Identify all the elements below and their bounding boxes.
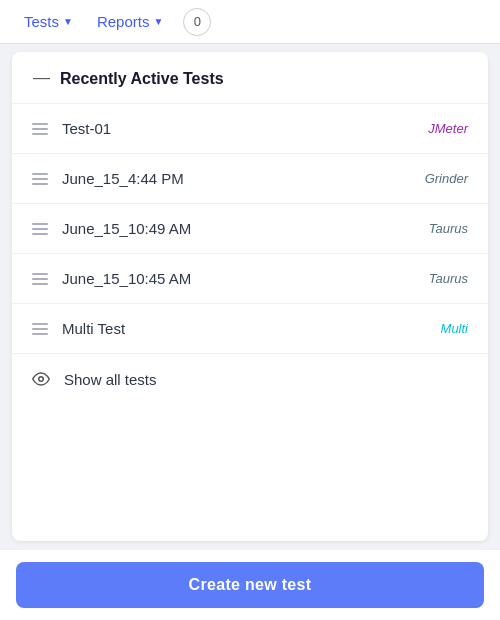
tests-chevron-icon: ▼: [63, 16, 73, 27]
tests-nav-item[interactable]: Tests ▼: [16, 7, 81, 36]
test-tag: Taurus: [429, 221, 468, 236]
section-header: ⸻ Recently Active Tests: [12, 52, 488, 104]
test-name: June_15_10:45 AM: [62, 270, 415, 287]
test-item[interactable]: Test-01 JMeter: [12, 104, 488, 154]
test-item[interactable]: Multi Test Multi: [12, 304, 488, 354]
test-tag: Taurus: [429, 271, 468, 286]
test-name: Multi Test: [62, 320, 427, 337]
main-panel: ⸻ Recently Active Tests Test-01 JMeter J…: [12, 52, 488, 541]
reports-chevron-icon: ▼: [153, 16, 163, 27]
eye-icon: [32, 370, 50, 388]
test-tag: Grinder: [425, 171, 468, 186]
drag-handle-icon: [32, 273, 48, 285]
top-nav: Tests ▼ Reports ▼ 0: [0, 0, 500, 44]
badge-count: 0: [194, 14, 201, 29]
test-name: June_15_4:44 PM: [62, 170, 411, 187]
drag-handle-icon: [32, 123, 48, 135]
section-title: Recently Active Tests: [60, 70, 224, 88]
test-name: June_15_10:49 AM: [62, 220, 415, 237]
drag-handle-icon: [32, 323, 48, 335]
show-all-tests-row[interactable]: Show all tests: [12, 354, 488, 404]
test-item[interactable]: June_15_10:45 AM Taurus: [12, 254, 488, 304]
test-item[interactable]: June_15_4:44 PM Grinder: [12, 154, 488, 204]
recently-active-icon: ⸻: [32, 68, 50, 89]
bottom-bar: Create new test: [0, 549, 500, 620]
test-tag: Multi: [441, 321, 468, 336]
notification-badge[interactable]: 0: [183, 8, 211, 36]
test-list: Test-01 JMeter June_15_4:44 PM Grinder J…: [12, 104, 488, 541]
reports-nav-item[interactable]: Reports ▼: [89, 7, 171, 36]
drag-handle-icon: [32, 173, 48, 185]
test-tag: JMeter: [428, 121, 468, 136]
test-item[interactable]: June_15_10:49 AM Taurus: [12, 204, 488, 254]
reports-label: Reports: [97, 13, 150, 30]
create-new-test-button[interactable]: Create new test: [16, 562, 484, 608]
tests-label: Tests: [24, 13, 59, 30]
svg-point-0: [39, 377, 44, 382]
test-name: Test-01: [62, 120, 414, 137]
drag-handle-icon: [32, 223, 48, 235]
show-all-label: Show all tests: [64, 371, 157, 388]
